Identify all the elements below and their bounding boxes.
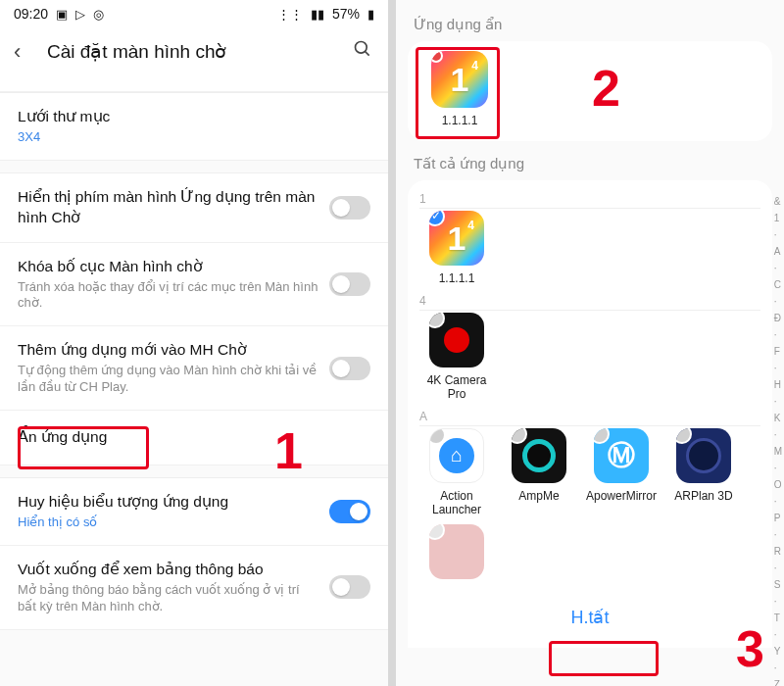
row-label: Huy hiệu biểu tượng ứng dụng (18, 492, 321, 513)
toggle-off[interactable] (329, 272, 370, 296)
index-letter[interactable]: · (774, 662, 782, 673)
search-button[interactable] (351, 39, 374, 64)
app-tile[interactable]: AmpMe (500, 428, 578, 517)
row-swipe-notifications[interactable]: Vuốt xuống để xem bảng thông báo Mở bảng… (0, 546, 388, 630)
annotation-number-3: 3 (736, 619, 764, 678)
battery-icon: ▮ (368, 7, 374, 22)
row-show-apps-button[interactable]: Hiển thị phím màn hình Ứng dụng trên màn… (0, 173, 388, 243)
selection-empty-icon (512, 428, 527, 444)
index-letter[interactable]: H (774, 379, 782, 390)
row-add-new-apps[interactable]: Thêm ứng dụng mới vào MH Chờ Tự động thê… (0, 326, 388, 411)
app-name: Action Launcher (417, 489, 496, 517)
toggle-on[interactable] (329, 500, 370, 523)
wifi-icon: ⋮⋮ (277, 7, 303, 22)
index-letter[interactable]: Y (774, 646, 782, 657)
index-letter[interactable]: · (774, 296, 782, 307)
battery-text: 57% (332, 6, 360, 22)
row-sub: Tự động thêm ứng dụng vào Màn hình chờ k… (18, 363, 321, 396)
app-tile[interactable]: 4K Camera Pro (417, 313, 496, 402)
index-letter[interactable]: Z (774, 679, 782, 686)
row-label: Ẩn ứng dụng (18, 427, 363, 448)
row-hide-apps[interactable]: Ẩn ứng dụng (0, 411, 388, 466)
done-button[interactable]: H.tất (557, 601, 622, 634)
index-letter[interactable]: K (774, 413, 782, 423)
row-sub: Mở bảng thông báo bằng cách vuốt xuống ở… (18, 582, 321, 615)
index-letter[interactable]: Đ (774, 313, 782, 323)
alpha-header-a: A (419, 410, 760, 426)
app-icon-ampme (512, 428, 566, 483)
app-name: AmpMe (518, 489, 559, 503)
index-letter[interactable]: · (774, 263, 782, 273)
index-letter[interactable]: · (774, 596, 782, 607)
index-letter[interactable]: · (774, 396, 782, 407)
hidden-app-tile[interactable]: 14 1.1.1.1 (417, 51, 502, 127)
index-letter[interactable]: · (774, 629, 782, 640)
app-tile-cutoff[interactable] (417, 524, 496, 579)
toggle-off[interactable] (329, 196, 370, 220)
app-name: 4K Camera Pro (417, 373, 496, 402)
image-icon: ▣ (56, 7, 68, 22)
app-icon-apowermirror: Ⓜ (594, 428, 649, 483)
back-button[interactable]: ‹ (14, 41, 37, 63)
row-sub: 3X4 (18, 129, 363, 146)
app-icon-actionlauncher: ⌂ (429, 428, 484, 483)
selection-empty-icon (429, 524, 445, 540)
index-letter[interactable]: · (774, 529, 782, 540)
circle-icon: ◎ (93, 7, 104, 22)
app-tile[interactable]: ⌂ Action Launcher (417, 428, 496, 517)
toggle-off[interactable] (329, 357, 370, 380)
index-letter[interactable]: · (774, 329, 782, 340)
app-tile[interactable]: Ⓜ ApowerMirror (582, 428, 661, 517)
app-icon-1111: 14 (429, 211, 484, 266)
all-apps-card: 1 14 1.1.1.1 4 4K Camera Pro A (408, 180, 772, 648)
row-sub: Tránh xóa hoặc thay đổi vị trí các mục t… (18, 279, 321, 313)
row-label: Hiển thị phím màn hình Ứng dụng trên màn… (18, 187, 321, 228)
row-sub: Hiển thị có số (18, 514, 321, 531)
annotation-number-1: 1 (274, 421, 303, 480)
index-letter[interactable]: · (774, 363, 782, 373)
app-icon-1111: 14 (431, 51, 488, 108)
app-name: 1.1.1.1 (442, 114, 478, 127)
index-letter[interactable]: C (774, 279, 782, 290)
index-letter[interactable]: · (774, 563, 782, 573)
index-letter[interactable]: 1 (774, 213, 782, 223)
signal-icon: ▮▮ (311, 7, 324, 22)
index-letter[interactable]: A (774, 246, 782, 257)
cutoff-row (0, 77, 388, 92)
alpha-header-4: 4 (419, 294, 760, 311)
row-label: Thêm ứng dụng mới vào MH Chờ (18, 340, 321, 361)
row-label: Lưới thư mục (18, 107, 363, 127)
index-scrollbar[interactable]: &1·A·C·Đ·F·H·K·M·O·P·R·S·T·Y·Z (774, 196, 782, 686)
selection-empty-icon (676, 428, 692, 444)
index-letter[interactable]: S (774, 579, 782, 590)
page-title: Cài đặt màn hình chờ (47, 40, 351, 63)
hidden-apps-label: Ứng dụng ẩn (396, 0, 784, 41)
index-letter[interactable]: & (774, 196, 782, 207)
index-letter[interactable]: · (774, 496, 782, 507)
index-letter[interactable]: P (774, 513, 782, 523)
all-apps-label: Tất cả ứng dụng (396, 149, 784, 180)
row-label: Vuốt xuống để xem bảng thông báo (18, 560, 321, 580)
settings-list: Lưới thư mục 3X4 (0, 92, 388, 161)
row-folder-grid[interactable]: Lưới thư mục 3X4 (0, 93, 388, 161)
index-letter[interactable]: F (774, 346, 782, 357)
index-letter[interactable]: R (774, 546, 782, 557)
row-lock-layout[interactable]: Khóa bố cục Màn hình chờ Tránh xóa hoặc … (0, 243, 388, 327)
index-letter[interactable]: M (774, 446, 782, 457)
app-icon-arplan (676, 428, 731, 483)
index-letter[interactable]: · (774, 463, 782, 473)
clock: 09:20 (14, 6, 48, 22)
index-letter[interactable]: T (774, 612, 782, 623)
app-name: 1.1.1.1 (439, 271, 475, 285)
row-app-badges[interactable]: Huy hiệu biểu tượng ứng dụng Hiển thị có… (0, 478, 388, 546)
index-letter[interactable]: · (774, 429, 782, 440)
app-tile[interactable]: ARPlan 3D (664, 428, 743, 517)
play-icon: ▷ (75, 7, 85, 22)
toggle-off[interactable] (329, 575, 370, 599)
app-tile[interactable]: 14 1.1.1.1 (417, 211, 496, 285)
app-icon-cutoff (429, 524, 484, 579)
status-bar: 09:20 ▣ ▷ ◎ ⋮⋮ ▮▮ 57% ▮ (0, 0, 388, 27)
index-letter[interactable]: O (774, 479, 782, 490)
svg-line-1 (366, 52, 369, 56)
index-letter[interactable]: · (774, 229, 782, 240)
